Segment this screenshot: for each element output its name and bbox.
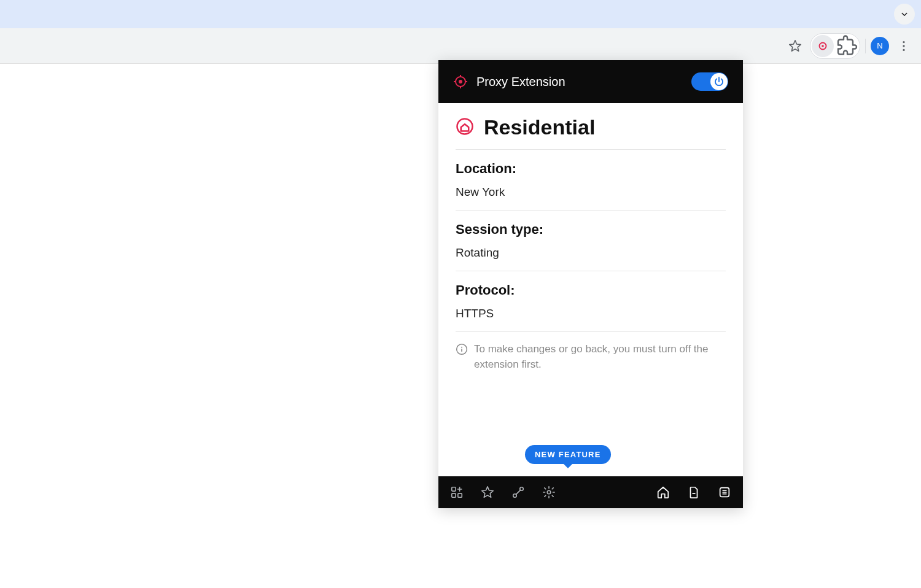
file-icon: [687, 485, 701, 499]
active-extension-button[interactable]: [812, 35, 834, 57]
svg-point-6: [459, 80, 462, 83]
home-button[interactable]: [656, 485, 670, 500]
extensions-menu-button[interactable]: [836, 35, 858, 57]
browser-toolbar: N: [0, 28, 921, 64]
chevron-down-icon: [899, 9, 910, 20]
connect-button[interactable]: [511, 485, 526, 500]
popup-body: Residential Location: New York Session t…: [438, 103, 743, 476]
svg-rect-14: [461, 349, 462, 352]
kebab-menu-button[interactable]: [894, 36, 914, 56]
list-icon: [718, 485, 731, 499]
apps-button[interactable]: [449, 485, 464, 500]
settings-icon: [542, 485, 556, 499]
power-icon: [713, 76, 725, 87]
popup-title-wrap: Proxy Extension: [453, 74, 565, 89]
location-label: Location:: [456, 161, 726, 177]
browser-tab-strip: [0, 0, 921, 28]
star-icon: [481, 485, 494, 499]
info-icon: [456, 343, 468, 372]
popup-spacer: NEW FEATURE: [456, 372, 726, 470]
svg-point-1: [822, 45, 824, 47]
list-button[interactable]: [717, 485, 732, 500]
popup-title: Proxy Extension: [476, 75, 565, 89]
kebab-icon: [897, 39, 911, 53]
apps-icon: [450, 485, 464, 499]
popup-footer: [438, 476, 743, 508]
protocol-field: Protocol: HTTPS: [456, 271, 726, 332]
svg-point-2: [903, 41, 904, 42]
popup-header: Proxy Extension: [438, 60, 743, 103]
svg-point-3: [903, 45, 904, 47]
svg-rect-16: [458, 493, 462, 497]
info-text: To make changes or go back, you must tur…: [474, 342, 726, 372]
session-type-value: Rotating: [456, 246, 726, 260]
power-toggle[interactable]: [691, 72, 728, 91]
svg-point-20: [547, 491, 551, 495]
extensions-pill: [810, 33, 860, 59]
location-value: New York: [456, 185, 726, 199]
info-message: To make changes or go back, you must tur…: [456, 332, 726, 372]
residential-icon: [456, 117, 474, 138]
svg-rect-17: [452, 493, 456, 497]
protocol-label: Protocol:: [456, 282, 726, 298]
protocol-value: HTTPS: [456, 307, 726, 320]
connect-icon: [511, 485, 525, 499]
page-content: Proxy Extension Residential Location: Ne…: [0, 64, 921, 588]
settings-button[interactable]: [542, 485, 556, 500]
toggle-knob: [710, 73, 728, 90]
target-icon: [816, 39, 830, 53]
footer-right-group: [656, 485, 732, 500]
session-type-label: Session type:: [456, 222, 726, 238]
svg-point-4: [903, 48, 904, 50]
star-outline-icon: [788, 39, 802, 53]
svg-rect-15: [452, 487, 456, 491]
puzzle-icon: [836, 35, 858, 57]
proxy-type-title: Residential: [484, 115, 595, 139]
svg-point-13: [461, 347, 462, 348]
home-icon: [656, 485, 670, 499]
profile-avatar[interactable]: N: [871, 37, 889, 55]
new-feature-badge: NEW FEATURE: [525, 445, 611, 464]
footer-left-group: [449, 485, 556, 500]
toolbar-divider: [865, 39, 866, 53]
search-tabs-button[interactable]: [894, 4, 915, 25]
bookmark-button[interactable]: [785, 36, 805, 56]
session-type-field: Session type: Rotating: [456, 211, 726, 271]
extension-popup: Proxy Extension Residential Location: Ne…: [438, 60, 743, 508]
proxy-type-row: Residential: [456, 115, 726, 150]
location-field: Location: New York: [456, 150, 726, 211]
file-button[interactable]: [686, 485, 701, 500]
brand-icon: [453, 74, 468, 89]
favorite-button[interactable]: [480, 485, 495, 500]
avatar-initial: N: [877, 41, 882, 50]
